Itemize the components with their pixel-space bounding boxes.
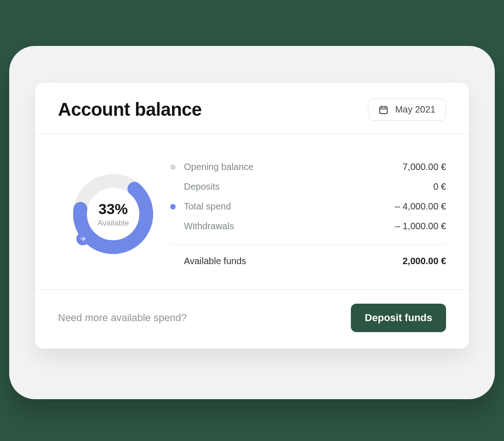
balance-rows: Opening balance 7,000.00 € Deposits 0 € … <box>170 157 446 271</box>
row-value: 0 € <box>433 181 446 192</box>
card-body: 33% Available Opening balance <box>35 134 469 289</box>
card-footer: Need more available spend? Deposit funds <box>35 289 469 349</box>
date-picker[interactable]: May 2021 <box>368 98 446 121</box>
row-label: Opening balance <box>184 162 253 172</box>
row-value: 7,000.00 € <box>402 162 446 172</box>
gauge-sublabel: Available <box>97 219 129 228</box>
gauge-container: 33% Available <box>58 157 168 271</box>
row-value: – 4,000.00 € <box>395 201 446 212</box>
footer-prompt: Need more available spend? <box>58 312 187 324</box>
row-withdrawals: Withdrawals – 1,000.00 € <box>170 216 446 236</box>
row-opening-balance: Opening balance 7,000.00 € <box>170 157 446 177</box>
svg-rect-0 <box>380 107 388 113</box>
total-value: 2,000.00 € <box>402 256 446 266</box>
row-deposits: Deposits 0 € <box>170 177 446 197</box>
row-available-funds: Available funds 2,000.00 € <box>170 251 446 271</box>
row-value: – 1,000.00 € <box>395 221 446 232</box>
arrow-right-icon <box>76 232 89 245</box>
legend-dot-opening <box>170 164 176 170</box>
calendar-icon <box>378 105 389 115</box>
account-balance-card: Account balance May 2021 <box>35 83 469 349</box>
deposit-funds-button[interactable]: Deposit funds <box>351 304 446 332</box>
row-label: Withdrawals <box>184 221 234 232</box>
row-label: Deposits <box>184 181 220 192</box>
legend-dot-spend <box>170 204 176 209</box>
page-title: Account balance <box>58 99 202 120</box>
outer-panel: Account balance May 2021 <box>9 46 495 399</box>
availability-gauge: 33% Available <box>72 173 155 255</box>
date-label: May 2021 <box>395 104 435 115</box>
row-label: Total spend <box>184 201 231 212</box>
row-total-spend: Total spend – 4,000.00 € <box>170 197 446 216</box>
card-header: Account balance May 2021 <box>35 83 469 134</box>
rows-divider <box>170 244 446 245</box>
gauge-percent: 33% <box>98 201 128 218</box>
total-label: Available funds <box>184 256 246 266</box>
